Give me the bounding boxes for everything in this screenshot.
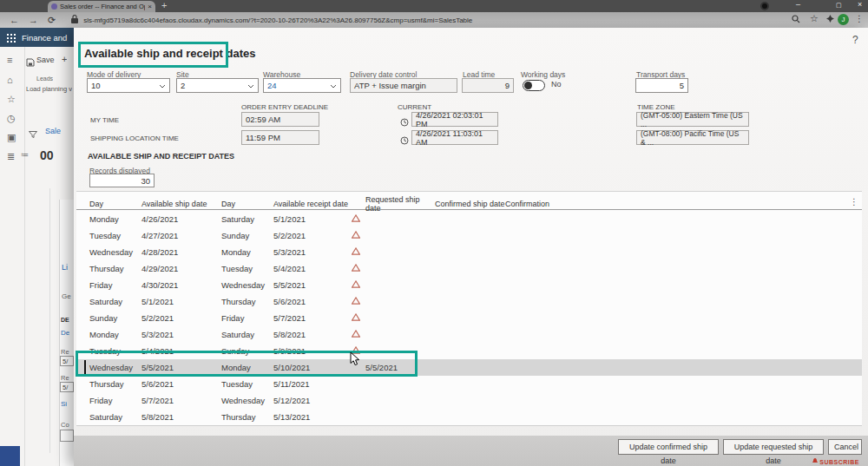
app-title: Finance and	[22, 33, 67, 43]
cell: 5/3/2021	[141, 330, 221, 339]
subscribe-text: SUBSCRIBE	[819, 459, 859, 465]
workspaces-icon[interactable]: ▣	[7, 132, 16, 143]
delivery-header-fragment: DE	[61, 317, 69, 323]
home-icon[interactable]: ⌂	[7, 75, 13, 85]
update-confirmed-ship-date-button[interactable]: Update confirmed ship date	[618, 439, 719, 455]
cell: 4/27/2021	[141, 231, 221, 240]
mode-of-delivery-value: 10	[91, 81, 101, 90]
cell: Friday	[221, 313, 273, 323]
table-header-row: Day Available ship date Day Available re…	[76, 195, 862, 210]
modules-list-icon[interactable]: ≣	[7, 151, 15, 162]
window-minimize-button[interactable]: –	[796, 0, 800, 9]
my-time-deadline-value: 02:59 AM	[246, 115, 280, 124]
sort-list-icon[interactable]: ≔	[21, 150, 29, 159]
requested-date-label-fragment: Re	[61, 348, 69, 356]
tab-close-icon[interactable]: ×	[148, 3, 152, 10]
help-icon[interactable]: ?	[852, 34, 858, 46]
ship-dates-table: Day Available ship date Day Available re…	[76, 191, 862, 426]
col-day2[interactable]: Day	[221, 200, 273, 208]
warning-icon	[352, 231, 365, 240]
requested-date-field-fragment[interactable]: 5/	[60, 356, 74, 366]
new-tab-button[interactable]: +	[161, 0, 167, 10]
bookmark-star-icon[interactable]: ☆	[810, 13, 819, 24]
browser-tab[interactable]: Sales order -- Finance and Oper ×	[48, 1, 155, 12]
update-requested-ship-date-button[interactable]: Update requested ship date	[723, 439, 824, 455]
table-row[interactable]: Wednesday4/28/2021Monday5/3/2021	[76, 244, 862, 260]
site-link-fragment[interactable]: Si	[61, 400, 67, 408]
recent-clock-icon[interactable]: ◷	[7, 113, 16, 124]
working-days-label: Working days	[521, 70, 565, 79]
back-button-icon[interactable]: ←	[10, 15, 19, 25]
padlock-icon	[71, 15, 78, 25]
chevron-down-icon[interactable]	[159, 81, 166, 90]
delivery-link-fragment[interactable]: De	[61, 329, 69, 337]
col-confirmation[interactable]: Confirmation	[505, 200, 862, 208]
browser-menu-icon[interactable]: ⋮	[855, 14, 864, 23]
filter-icon[interactable]	[29, 126, 37, 141]
col-confirmed-ship-date[interactable]: Confirmed ship date	[435, 200, 505, 208]
chevron-down-icon[interactable]	[330, 81, 337, 90]
table-row[interactable]: Friday5/7/2021Wednesday5/12/2021	[76, 392, 862, 409]
cell: Saturday	[89, 412, 141, 422]
site-combo[interactable]: 2	[176, 78, 259, 93]
cell: 5/12/2021	[273, 396, 352, 405]
cell: 5/8/2021	[273, 330, 352, 339]
confirmed-field-fragment[interactable]	[60, 430, 74, 442]
col-available-ship-date[interactable]: Available ship date	[141, 200, 221, 208]
save-icon[interactable]	[26, 55, 35, 70]
transport-days-field[interactable]: 5	[635, 78, 688, 93]
requested-date2-field-fragment[interactable]: 5/	[60, 382, 74, 392]
lines-tab-fragment[interactable]: Li	[62, 263, 68, 272]
mouse-cursor	[350, 351, 361, 371]
sales-order-link-fragment[interactable]: Sale	[45, 127, 61, 135]
address-bar-url[interactable]: sls-mfgd5719a8dc6c404efaos.cloudax.dynam…	[83, 16, 472, 24]
record-indicator-icon	[760, 2, 769, 10]
window-close-button[interactable]: ×	[858, 0, 862, 9]
cell: Saturday	[221, 214, 273, 224]
table-row[interactable]: Saturday5/1/2021Thursday5/6/2021	[76, 293, 862, 310]
cell: Sunday	[89, 313, 141, 323]
cancel-button[interactable]: Cancel	[828, 439, 862, 455]
save-button[interactable]: Save	[36, 56, 55, 64]
clock-icon	[400, 133, 409, 148]
browser-tab-strip: Sales order -- Finance and Oper × + – ▢ …	[0, 0, 868, 12]
forward-button-icon[interactable]: →	[29, 15, 38, 25]
table-row[interactable]: Saturday5/8/2021Thursday5/13/2021	[76, 409, 862, 425]
window-maximize-button[interactable]: ▢	[836, 2, 842, 9]
table-row[interactable]: Friday4/30/2021Wednesday5/5/2021	[76, 277, 862, 293]
video-logo-square	[0, 446, 20, 466]
warning-icon	[352, 280, 365, 290]
table-row[interactable]: Tuesday4/27/2021Sunday5/2/2021	[76, 227, 862, 244]
table-row[interactable]: Sunday5/2/2021Friday5/7/2021	[76, 310, 862, 326]
shipping-location-time-label: SHIPPING LOCATION TIME	[90, 135, 179, 142]
table-row[interactable]: Monday4/26/2021Saturday5/1/2021	[76, 211, 862, 227]
col-day1[interactable]: Day	[89, 200, 141, 208]
chevron-down-icon[interactable]	[247, 81, 254, 90]
clock-icon	[400, 115, 409, 130]
app-launcher-waffle-icon[interactable]	[6, 33, 16, 43]
add-button[interactable]: +	[62, 54, 67, 64]
cell: Thursday	[221, 297, 273, 306]
warehouse-combo[interactable]: 24	[263, 78, 341, 93]
table-menu-ellipsis-icon[interactable]: ⋮	[850, 197, 858, 207]
col-requested-ship-date[interactable]: Requested ship date	[365, 195, 435, 213]
table-row[interactable]: Monday5/3/2021Saturday5/8/2021	[76, 326, 862, 343]
table-row[interactable]: Thursday4/29/2021Tuesday5/4/2021	[76, 260, 862, 277]
hamburger-menu-icon[interactable]: ≡	[7, 55, 12, 65]
mode-of-delivery-combo[interactable]: 10	[87, 78, 170, 93]
zoom-search-icon[interactable]	[792, 15, 800, 25]
dialog-footer: Update confirmed ship date Update reques…	[74, 436, 868, 466]
col-available-receipt-date[interactable]: Available receipt date	[273, 200, 352, 208]
warning-icon	[352, 313, 365, 323]
my-time-current-value: 4/26/2021 02:03:01 PM	[416, 111, 494, 128]
cell: Monday	[89, 214, 141, 224]
browser-profile-avatar[interactable]: J	[838, 14, 849, 25]
table-row[interactable]: Thursday5/6/2021Tuesday5/11/2021	[76, 376, 862, 392]
shipping-timezone-field: (GMT-08:00) Pacific Time (US & ...	[636, 130, 749, 145]
favorites-star-icon[interactable]: ☆	[7, 94, 16, 105]
reload-button-icon[interactable]: ⟳	[48, 15, 56, 26]
records-displayed-field[interactable]: 30	[89, 174, 155, 187]
extension-pin-icon[interactable]	[826, 15, 834, 24]
working-days-toggle[interactable]	[523, 80, 545, 91]
warning-icon	[352, 214, 365, 224]
